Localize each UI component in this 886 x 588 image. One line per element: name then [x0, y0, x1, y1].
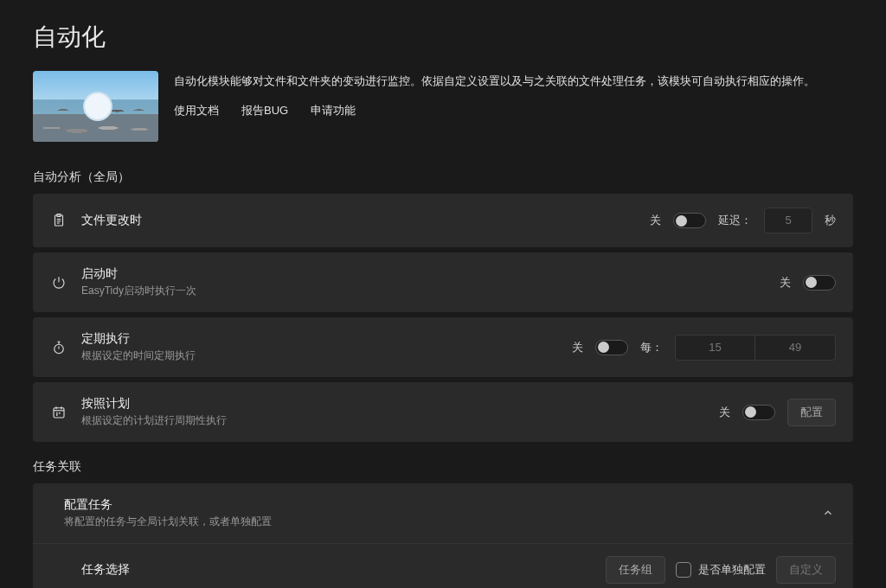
row-periodic: 定期执行 根据设定的时间定期执行 关 每： 15 49: [33, 317, 853, 377]
task-group-button[interactable]: 任务组: [606, 556, 665, 584]
periodic-interval-input[interactable]: 15 49: [675, 335, 836, 361]
file-change-toggle[interactable]: [673, 213, 706, 228]
file-change-delay-label: 延迟：: [718, 213, 752, 228]
svg-point-15: [56, 414, 57, 415]
startup-toggle-label: 关: [780, 275, 791, 291]
scheduled-toggle[interactable]: [742, 405, 775, 420]
link-request-feature[interactable]: 申请功能: [311, 103, 356, 118]
file-change-toggle-label: 关: [650, 213, 661, 228]
custom-button[interactable]: 自定义: [776, 556, 836, 584]
svg-point-14: [59, 412, 60, 413]
file-change-delay-input[interactable]: 5: [764, 208, 812, 233]
task-select-label: 任务选择: [81, 562, 130, 578]
file-change-delay-unit: 秒: [825, 213, 836, 228]
row-startup: 启动时 EasyTidy启动时执行一次 关: [33, 252, 853, 312]
page-title: 自动化: [33, 21, 853, 54]
clipboard-icon: [50, 212, 67, 229]
calendar-icon: [50, 404, 67, 421]
row-startup-title: 启动时: [81, 266, 766, 282]
individual-config-checkbox[interactable]: [676, 562, 691, 578]
config-task-title: 配置任务: [64, 497, 808, 513]
startup-toggle[interactable]: [803, 275, 836, 291]
svg-point-13: [56, 412, 57, 413]
chevron-up-icon[interactable]: [822, 507, 836, 521]
row-scheduled-subtitle: 根据设定的计划进行周期性执行: [81, 413, 705, 428]
row-file-change: 文件更改时 关 延迟： 5 秒: [33, 194, 853, 247]
power-icon: [50, 274, 67, 291]
config-task-subtitle: 将配置的任务与全局计划关联，或者单独配置: [64, 514, 808, 529]
row-startup-subtitle: EasyTidy启动时执行一次: [81, 284, 766, 298]
header-thumbnail: [33, 71, 158, 142]
section-label-task-assoc: 任务关联: [33, 459, 853, 475]
row-periodic-subtitle: 根据设定的时间定期执行: [81, 348, 558, 363]
row-periodic-title: 定期执行: [81, 331, 558, 347]
link-docs[interactable]: 使用文档: [174, 103, 219, 118]
stopwatch-icon: [50, 339, 67, 356]
periodic-value-b[interactable]: 49: [755, 336, 835, 360]
scheduled-toggle-label: 关: [719, 405, 730, 420]
section-label-auto-analysis: 自动分析（全局）: [33, 169, 853, 185]
row-file-change-title: 文件更改时: [81, 213, 636, 228]
periodic-value-a[interactable]: 15: [676, 336, 755, 360]
row-scheduled: 按照计划 根据设定的计划进行周期性执行 关 配置: [33, 382, 853, 442]
individual-config-label: 是否单独配置: [698, 562, 766, 578]
header-description: 自动化模块能够对文件和文件夹的变动进行监控。依据自定义设置以及与之关联的文件处理…: [174, 73, 853, 91]
row-config-task: 配置任务 将配置的任务与全局计划关联，或者单独配置 任务选择 任务组 是否单独配…: [33, 483, 853, 588]
link-report-bug[interactable]: 报告BUG: [241, 103, 288, 118]
periodic-every-label: 每：: [640, 340, 663, 355]
scheduled-config-button[interactable]: 配置: [787, 399, 836, 426]
header-block: 自动化模块能够对文件和文件夹的变动进行监控。依据自定义设置以及与之关联的文件处理…: [33, 71, 853, 142]
periodic-toggle[interactable]: [595, 340, 628, 355]
row-scheduled-title: 按照计划: [81, 396, 705, 412]
periodic-toggle-label: 关: [572, 340, 583, 355]
